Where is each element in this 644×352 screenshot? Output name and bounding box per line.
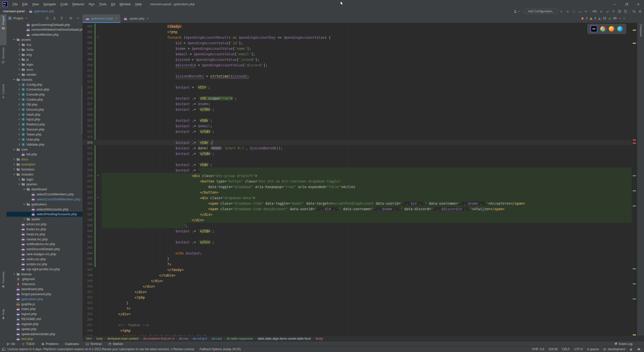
line-number[interactable]: 333: [82, 190, 93, 195]
tree-item[interactable]: PHPhead.inc.php: [7, 232, 82, 237]
tree-item[interactable]: PHPnavbar.inc.php: [7, 237, 82, 242]
user-account-button[interactable]: [513, 10, 520, 13]
line-number[interactable]: 322: [82, 129, 93, 134]
stripe-tab-gulp[interactable]: Gulp: [0, 307, 7, 330]
breadcrumb-item[interactable]: table.table.align-items-center.table-flu…: [258, 337, 311, 340]
line-number[interactable]: 342: [82, 239, 93, 245]
code-line[interactable]: 342 $output .= '</tr>';: [82, 239, 632, 245]
code-line[interactable]: 332 data-toggle="dropdown" aria-haspopup…: [82, 184, 632, 190]
tree-chevron-icon[interactable]: [17, 87, 21, 92]
tree-item[interactable]: js: [7, 57, 82, 62]
code-line[interactable]: 355 </div>: [82, 311, 632, 317]
tree-item[interactable]: JSgulpfile.js: [7, 301, 82, 306]
line-number[interactable]: 330: [82, 173, 93, 179]
tree-item[interactable]: PHPinit.php: [7, 152, 82, 157]
line-number[interactable]: 350: [82, 284, 93, 289]
line-number[interactable]: 332: [82, 184, 93, 190]
line-number[interactable]: 348: [82, 273, 93, 278]
fold-toggle-icon[interactable]: [96, 174, 100, 178]
line-number[interactable]: 337: [82, 212, 93, 217]
line-number[interactable]: 352: [82, 295, 93, 300]
code-line[interactable]: 328 $output .= '<td>';: [82, 162, 632, 167]
code-line[interactable]: 336 <span class="dropdown-item denyAccou…: [82, 206, 632, 212]
tree-item[interactable]: login: [7, 177, 82, 182]
tree-item[interactable]: CInput.php: [7, 117, 82, 122]
line-number[interactable]: 326: [82, 151, 93, 156]
code-line[interactable]: 323: [82, 134, 632, 140]
browser-chrome-icon[interactable]: [600, 26, 606, 32]
tree-item[interactable]: PHPselectAllAccounts.php: [7, 207, 82, 212]
tree-item[interactable]: CToken.php: [7, 132, 82, 137]
tree-chevron-icon[interactable]: [17, 107, 21, 111]
tree-item[interactable]: PHPownDiscordDetails.php: [7, 247, 82, 252]
status-lock[interactable]: [629, 348, 633, 351]
line-number[interactable]: 319: [82, 112, 93, 118]
tree-chevron-icon[interactable]: [17, 122, 21, 126]
tree-item[interactable]: CConnection.php: [7, 87, 82, 92]
tree-item[interactable]: PHPlogout.php: [7, 312, 82, 317]
stripe-mark[interactable]: [633, 268, 636, 269]
line-number[interactable]: 317: [82, 101, 93, 107]
code-line[interactable]: 331 <button type="button" class="btn btn…: [82, 179, 632, 184]
tree-item[interactable]: vendor: [7, 72, 82, 77]
tree-item[interactable]: queries: [7, 182, 82, 187]
tree-item[interactable]: functions: [7, 167, 82, 172]
code-line[interactable]: 325 $output .= date( format:'d/m/Y H:i',…: [82, 145, 632, 151]
tree-item[interactable]: PHPgebruikers.php: [7, 296, 82, 301]
breadcrumb-project[interactable]: roerveen-panel: [3, 10, 25, 13]
line-number[interactable]: 354: [82, 306, 93, 311]
tree-item[interactable]: CConsole.php: [7, 92, 82, 97]
tree-chevron-icon[interactable]: [22, 187, 26, 191]
tree-item[interactable]: CUser.php: [7, 137, 82, 142]
status-development[interactable]: development: [603, 347, 625, 351]
line-number[interactable]: 336: [82, 206, 93, 212]
code-line[interactable]: 304 <?php: [82, 29, 632, 35]
toolwindow-event-log[interactable]: Event Log: [614, 342, 632, 346]
line-number[interactable]: 328: [82, 162, 93, 167]
tree-item[interactable]: PHPforgot-password.php: [7, 291, 82, 296]
tree-item[interactable]: CHash.php: [7, 112, 82, 117]
tree-chevron-icon[interactable]: [17, 82, 21, 86]
tree-chevron-icon[interactable]: [17, 127, 21, 131]
code-line[interactable]: 352 <?php: [82, 295, 632, 300]
breadcrumb-item[interactable]: div#panel.main-content: [107, 337, 139, 340]
tree-item[interactable]: gebruikers: [7, 202, 82, 207]
tree-item[interactable]: CDiscord.php: [7, 107, 82, 112]
menu-window[interactable]: Window: [117, 0, 133, 8]
status-utf-8[interactable]: UTF-8: [574, 347, 583, 351]
hide-panel-button[interactable]: [76, 16, 80, 20]
status-php-5-6[interactable]: PHP: 5.6: [532, 347, 544, 351]
inspections-widget[interactable]: 231569: [579, 16, 627, 21]
line-number[interactable]: 356: [82, 317, 93, 322]
tree-chevron-icon[interactable]: [17, 58, 21, 62]
status-cloud-gear[interactable]: [637, 347, 641, 351]
tab-gebruikers-php[interactable]: PHPgebruikers.php: [82, 14, 120, 23]
menu-run[interactable]: Run: [87, 0, 97, 8]
tree-chevron-icon[interactable]: [17, 93, 21, 97]
line-number[interactable]: 358: [82, 328, 93, 333]
line-number[interactable]: 339: [82, 223, 93, 228]
stripe-tab-structure[interactable]: Structure: [0, 46, 7, 82]
breadcrumb-item[interactable]: div.table-responsive: [227, 337, 253, 340]
tree-item[interactable]: PHPnotifications.inc.php: [7, 242, 82, 247]
tree-item[interactable]: PHPscripts.inc.php: [7, 261, 82, 267]
line-number[interactable]: 304: [82, 29, 93, 35]
line-number[interactable]: 321: [82, 123, 93, 129]
tree-chevron-icon[interactable]: [12, 157, 16, 161]
profiler-icon[interactable]: [578, 10, 582, 13]
code-line[interactable]: 351 </div>: [82, 289, 632, 295]
code-line[interactable]: 315: [82, 90, 632, 96]
tree-item[interactable]: PHPindex.php: [7, 306, 82, 312]
code-line[interactable]: 322 $output .= '</td>';: [82, 129, 632, 134]
collapse-all-button[interactable]: [60, 16, 64, 20]
tree-item[interactable]: CValidate.php: [7, 142, 82, 147]
code-line[interactable]: 326 $output .= '</td>';: [82, 151, 632, 156]
stripe-mark[interactable]: [633, 143, 636, 144]
minimize-button[interactable]: [609, 0, 621, 8]
toolwindow-terminal[interactable]: Terminal: [86, 342, 102, 346]
line-number[interactable]: 324: [82, 140, 93, 145]
code-line[interactable]: 350 </div>: [82, 284, 632, 289]
phpstorm-browser-icon[interactable]: PS: [591, 26, 597, 32]
toolwindow-git[interactable]: Git: [7, 342, 15, 346]
tree-item[interactable]: classes: [7, 77, 82, 82]
